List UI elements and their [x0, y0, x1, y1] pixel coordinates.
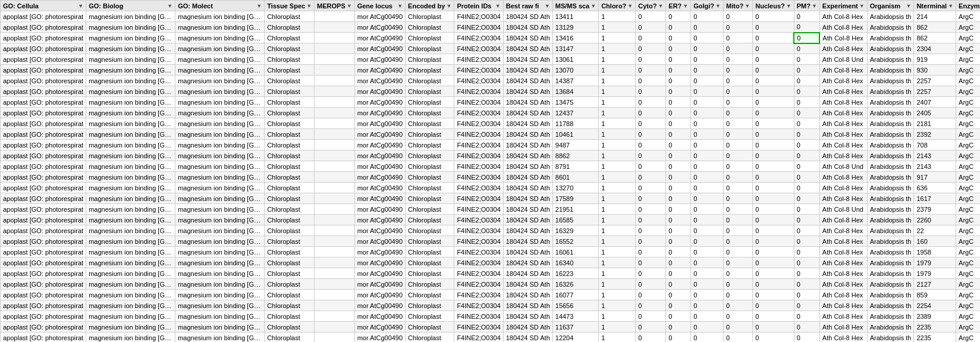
filter-icon-mito[interactable]: ▼ — [745, 3, 750, 9]
table-cell: 0 — [636, 268, 666, 279]
table-cell: 0 — [724, 225, 753, 236]
table-cell: Arabidopsis th — [867, 332, 914, 343]
table-row[interactable]: apoplast [GO: photorespiratmagnesium ion… — [1, 193, 981, 204]
table-row[interactable]: apoplast [GO: photorespiratmagnesium ion… — [1, 332, 981, 343]
table-row[interactable]: apoplast [GO: photorespiratmagnesium ion… — [1, 290, 981, 300]
table-row[interactable]: apoplast [GO: photorespiratmagnesium ion… — [1, 300, 981, 311]
table-row[interactable]: apoplast [GO: photorespiratmagnesium ion… — [1, 76, 981, 86]
column-header-best_raw_fil[interactable]: Best raw fi▼ — [503, 1, 552, 11]
table-cell: Chloroplast — [265, 86, 315, 97]
table-row[interactable]: apoplast [GO: photorespiratmagnesium ion… — [1, 65, 981, 76]
table-cell: 1 — [599, 279, 636, 290]
table-row[interactable]: apoplast [GO: photorespiratmagnesium ion… — [1, 11, 981, 22]
table-cell: F4INE2;O0304 — [454, 268, 503, 279]
table-row[interactable]: apoplast [GO: photorespiratmagnesium ion… — [1, 54, 981, 65]
table-cell: 0 — [666, 215, 691, 225]
column-header-enzym[interactable]: Enzym▼ — [956, 1, 980, 11]
filter-icon-er[interactable]: ▼ — [683, 3, 688, 9]
column-header-mito[interactable]: Mito?▼ — [724, 1, 753, 11]
column-header-go_molecular[interactable]: GO: Molect▼ — [175, 1, 265, 11]
table-row[interactable]: apoplast [GO: photorespiratmagnesium ion… — [1, 172, 981, 183]
filter-icon-go_molecular[interactable]: ▼ — [256, 3, 262, 9]
table-row[interactable]: apoplast [GO: photorespiratmagnesium ion… — [1, 97, 981, 108]
filter-icon-protein_ids[interactable]: ▼ — [495, 3, 501, 9]
column-label-go_biological: GO: Biolog — [89, 2, 123, 10]
filter-icon-ms_ms_sca[interactable]: ▼ — [590, 3, 596, 9]
column-header-pm[interactable]: PM?▼ — [794, 1, 819, 11]
table-cell: magnesium ion binding [GO:0000287]; — [175, 86, 265, 97]
column-header-organism[interactable]: Organism▼ — [867, 1, 914, 11]
table-row[interactable]: apoplast [GO: photorespiratmagnesium ion… — [1, 258, 981, 268]
table-cell: Ath Col-8 Hex — [819, 11, 867, 22]
column-header-protein_ids[interactable]: Protein IDs▼ — [454, 1, 503, 11]
table-cell: 16223 — [552, 268, 598, 279]
table-row[interactable]: apoplast [GO: photorespiratmagnesium ion… — [1, 108, 981, 118]
table-row[interactable]: apoplast [GO: photorespiratmagnesium ion… — [1, 215, 981, 225]
table-cell: magnesium ion binding [GO:0000287]; — [86, 204, 175, 215]
filter-icon-chloro[interactable]: ▼ — [627, 3, 633, 9]
filter-icon-go_cellular[interactable]: ▼ — [78, 3, 83, 9]
column-header-cyto[interactable]: Cyto?▼ — [636, 1, 666, 11]
column-header-tissue_spec[interactable]: Tissue Spec▼ — [265, 1, 315, 11]
table-row[interactable]: apoplast [GO: photorespiratmagnesium ion… — [1, 268, 981, 279]
table-cell: 0 — [794, 322, 819, 332]
table-cell: magnesium ion binding [GO:0000287]; — [86, 183, 175, 193]
filter-icon-experiment[interactable]: ▼ — [859, 3, 865, 9]
table-row[interactable]: apoplast [GO: photorespiratmagnesium ion… — [1, 311, 981, 322]
column-header-chloro[interactable]: Chloro?▼ — [599, 1, 636, 11]
column-header-go_biological[interactable]: GO: Biolog▼ — [86, 1, 175, 11]
data-table-container[interactable]: GO: Cellula▼GO: Biolog▼GO: Molect▼Tissue… — [0, 0, 980, 342]
filter-icon-encoded_by[interactable]: ▼ — [446, 3, 451, 9]
table-cell: 0 — [636, 33, 666, 43]
table-cell: 180424 SD Ath — [503, 247, 552, 258]
table-row[interactable]: apoplast [GO: photorespiratmagnesium ion… — [1, 86, 981, 97]
column-header-nterminal[interactable]: Nterminal▼ — [914, 1, 956, 11]
table-cell: apoplast [GO: photorespirat — [1, 11, 86, 22]
table-row[interactable]: apoplast [GO: photorespiratmagnesium ion… — [1, 183, 981, 193]
table-row[interactable]: apoplast [GO: photorespiratmagnesium ion… — [1, 247, 981, 258]
table-cell — [315, 193, 355, 204]
table-row[interactable]: apoplast [GO: photorespiratmagnesium ion… — [1, 150, 981, 161]
table-cell: mor AtCg00490 — [354, 183, 405, 193]
filter-icon-go_biological[interactable]: ▼ — [167, 3, 172, 9]
table-row[interactable]: apoplast [GO: photorespiratmagnesium ion… — [1, 43, 981, 54]
table-row[interactable]: apoplast [GO: photorespiratmagnesium ion… — [1, 236, 981, 247]
filter-icon-organism[interactable]: ▼ — [906, 3, 912, 9]
table-row[interactable]: apoplast [GO: photorespiratmagnesium ion… — [1, 322, 981, 332]
column-header-golgi[interactable]: Golgi?▼ — [691, 1, 724, 11]
filter-icon-nterminal[interactable]: ▼ — [948, 3, 953, 9]
table-cell: 0 — [666, 258, 691, 268]
table-row[interactable]: apoplast [GO: photorespiratmagnesium ion… — [1, 204, 981, 215]
table-row[interactable]: apoplast [GO: photorespiratmagnesium ion… — [1, 118, 981, 129]
column-header-encoded_by[interactable]: Encoded by▼ — [406, 1, 454, 11]
table-cell: Chloroplast — [406, 215, 454, 225]
table-cell: 1 — [599, 108, 636, 118]
filter-icon-nucleus[interactable]: ▼ — [786, 3, 791, 9]
table-row[interactable]: apoplast [GO: photorespiratmagnesium ion… — [1, 33, 981, 43]
table-cell: apoplast [GO: photorespirat — [1, 150, 86, 161]
table-cell: 13416 — [552, 33, 598, 43]
filter-icon-golgi[interactable]: ▼ — [715, 3, 721, 9]
table-cell: Chloroplast — [265, 215, 315, 225]
column-header-gene_locus[interactable]: Gene locus▼ — [354, 1, 405, 11]
column-header-nucleus[interactable]: Nucleus?▼ — [753, 1, 794, 11]
filter-icon-pm[interactable]: ▼ — [812, 3, 817, 9]
column-header-merops[interactable]: MEROPS▼ — [315, 1, 355, 11]
table-row[interactable]: apoplast [GO: photorespiratmagnesium ion… — [1, 140, 981, 150]
table-row[interactable]: apoplast [GO: photorespiratmagnesium ion… — [1, 22, 981, 33]
column-header-ms_ms_sca[interactable]: MS/MS sca▼ — [552, 1, 598, 11]
table-row[interactable]: apoplast [GO: photorespiratmagnesium ion… — [1, 279, 981, 290]
filter-icon-merops[interactable]: ▼ — [347, 3, 352, 9]
filter-icon-gene_locus[interactable]: ▼ — [397, 3, 403, 9]
table-row[interactable]: apoplast [GO: photorespiratmagnesium ion… — [1, 161, 981, 172]
filter-icon-tissue_spec[interactable]: ▼ — [306, 3, 312, 9]
column-header-experiment[interactable]: Experiment▼ — [819, 1, 867, 11]
column-header-go_cellular[interactable]: GO: Cellula▼ — [1, 1, 86, 11]
table-row[interactable]: apoplast [GO: photorespiratmagnesium ion… — [1, 225, 981, 236]
filter-icon-cyto[interactable]: ▼ — [658, 3, 663, 9]
table-row[interactable]: apoplast [GO: photorespiratmagnesium ion… — [1, 129, 981, 140]
column-header-er[interactable]: ER?▼ — [666, 1, 691, 11]
column-label-go_cellular: GO: Cellula — [3, 2, 39, 10]
table-cell: magnesium ion binding [GO:0000287]; — [175, 108, 265, 118]
filter-icon-best_raw_fil[interactable]: ▼ — [545, 3, 550, 9]
